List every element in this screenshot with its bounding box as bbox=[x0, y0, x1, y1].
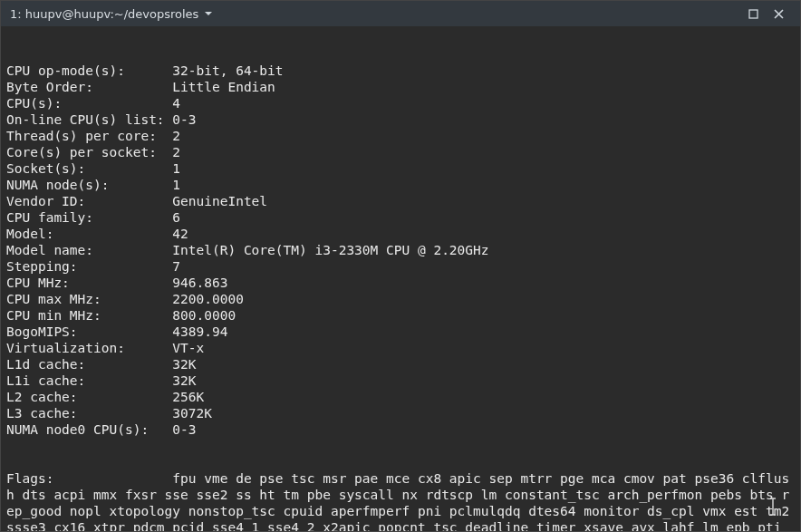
titlebar: 1: huupv@huupv:~/devopsroles bbox=[1, 1, 800, 26]
lscpu-flags: Flags: fpu vme de pse tsc msr pae mce cx… bbox=[6, 470, 796, 531]
window-title: 1: huupv@huupv:~/devopsroles bbox=[10, 7, 198, 21]
svg-rect-0 bbox=[749, 10, 758, 18]
terminal-body[interactable]: CPU op-mode(s): 32-bit, 64-bit Byte Orde… bbox=[1, 26, 800, 531]
lscpu-output: CPU op-mode(s): 32-bit, 64-bit Byte Orde… bbox=[6, 63, 796, 438]
close-button[interactable] bbox=[766, 1, 791, 26]
text-cursor-icon bbox=[767, 497, 778, 517]
terminal-window: 1: huupv@huupv:~/devopsroles CPU op-mode… bbox=[0, 0, 801, 532]
tab-dropdown-icon[interactable] bbox=[204, 9, 213, 18]
maximize-button[interactable] bbox=[740, 1, 766, 26]
